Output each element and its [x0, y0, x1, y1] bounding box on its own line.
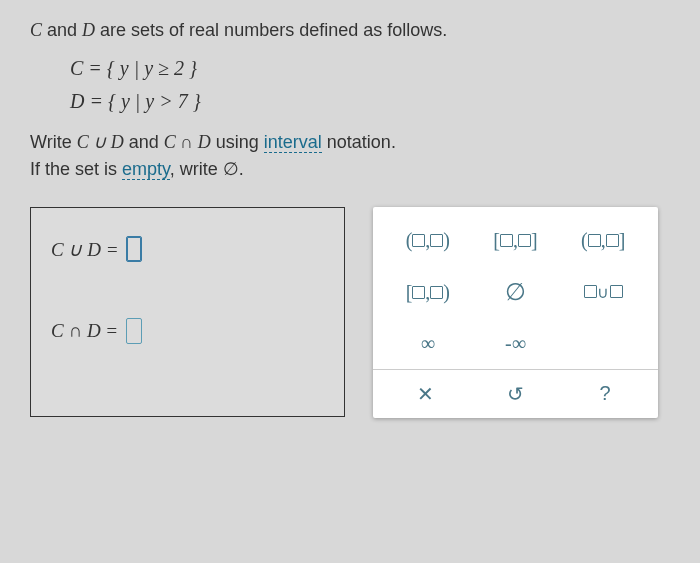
neg-infinity-button[interactable]: -∞: [485, 332, 545, 355]
link-interval[interactable]: interval: [264, 132, 322, 153]
set-c-definition: C = { y | y ≥ 2 }: [70, 57, 670, 80]
interval-closed-open-button[interactable]: [,): [398, 281, 458, 304]
set-definitions: C = { y | y ≥ 2 } D = { y | y > 7 }: [70, 57, 670, 113]
instr-t3: using: [211, 132, 264, 152]
answer-box: C ∪ D = C ∩ D =: [30, 207, 345, 417]
help-button[interactable]: ?: [585, 382, 625, 406]
reset-button[interactable]: ↺: [495, 382, 535, 406]
union-label: C ∪ D =: [51, 238, 118, 261]
clear-button[interactable]: ✕: [406, 382, 446, 406]
join-and: and: [42, 20, 82, 40]
interval-open-open-button[interactable]: (,): [398, 229, 458, 252]
intersect-label: C ∩ D =: [51, 320, 118, 342]
symbol-palette: (,) [,] (,] [,) ∅ ∪ ∞ -∞ ✕ ↺ ?: [373, 207, 658, 418]
var-c: C: [30, 20, 42, 40]
set-d-definition: D = { y | y > 7 }: [70, 90, 670, 113]
instr-t4: notation.: [322, 132, 396, 152]
union-answer-row: C ∪ D =: [51, 236, 324, 262]
union-input-slot[interactable]: [126, 236, 142, 262]
interval-closed-closed-button[interactable]: [,]: [485, 229, 545, 252]
palette-footer: ✕ ↺ ?: [373, 369, 658, 418]
intersect-input-slot[interactable]: [126, 318, 142, 344]
infinity-button[interactable]: ∞: [398, 332, 458, 355]
instr-t6: , write ∅.: [170, 159, 244, 179]
empty-set-button[interactable]: ∅: [485, 278, 545, 306]
expr-union: C ∪ D: [77, 132, 124, 152]
instr-t2: and: [124, 132, 164, 152]
instr-t5: If the set is: [30, 159, 122, 179]
link-empty[interactable]: empty: [122, 159, 170, 180]
intro-post: are sets of real numbers defined as foll…: [95, 20, 447, 40]
instructions: Write C ∪ D and C ∩ D using interval not…: [30, 129, 670, 183]
union-piece-button[interactable]: ∪: [573, 283, 633, 302]
intersect-answer-row: C ∩ D =: [51, 318, 324, 344]
instr-t1: Write: [30, 132, 77, 152]
var-d: D: [82, 20, 95, 40]
interval-open-closed-button[interactable]: (,]: [573, 229, 633, 252]
question-intro: C and D are sets of real numbers defined…: [30, 18, 670, 43]
expr-intersect: C ∩ D: [164, 132, 211, 152]
